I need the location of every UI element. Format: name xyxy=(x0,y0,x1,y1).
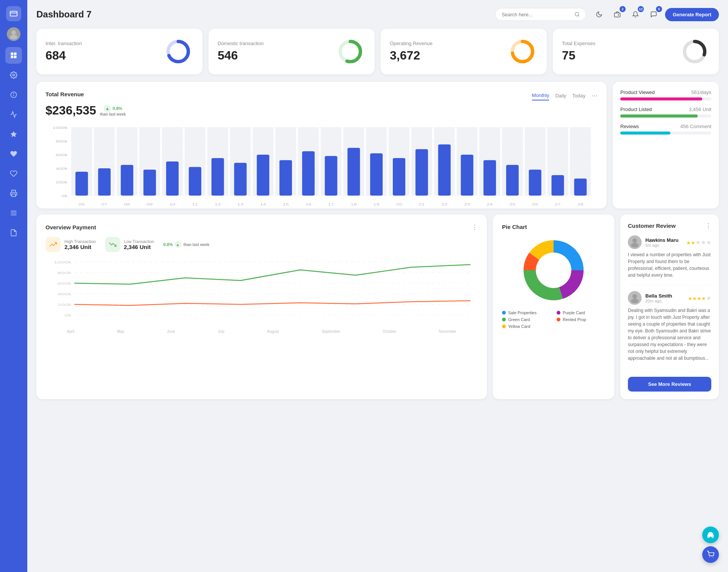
message-badge: 5 xyxy=(656,6,662,12)
star-icon: ★ xyxy=(688,296,692,301)
sidebar-item-info[interactable] xyxy=(5,86,22,103)
svg-text:400k: 400k xyxy=(57,292,71,296)
stat-card-donut-operating-revenue xyxy=(507,36,538,67)
metric-header: Product Viewed 561/days xyxy=(620,89,711,95)
revenue-tab-today[interactable]: Today xyxy=(572,91,585,100)
stat-card-total-expenses: Total Expenses 75 xyxy=(553,29,719,74)
pie-chart-svg xyxy=(519,236,588,304)
star-icon: ★ xyxy=(695,239,701,246)
x-label: April xyxy=(67,329,74,334)
svg-rect-93 xyxy=(461,155,473,196)
low-transaction-info: Low Transaction 2,346 Unit xyxy=(124,239,154,250)
svg-text:800k: 800k xyxy=(57,271,71,275)
review-time: 20m ago xyxy=(645,299,672,303)
support-fab[interactable] xyxy=(702,527,719,543)
svg-text:14: 14 xyxy=(260,202,267,206)
svg-marker-12 xyxy=(11,131,17,137)
svg-text:12: 12 xyxy=(215,202,221,206)
generate-report-button[interactable]: Generate Report xyxy=(665,8,719,21)
high-transaction-value: 2,346 Unit xyxy=(64,244,96,250)
svg-text:20: 20 xyxy=(396,202,402,206)
revenue-tab-monthly[interactable]: Monthly xyxy=(532,91,549,100)
svg-point-3 xyxy=(10,35,17,39)
pie-container xyxy=(502,236,605,304)
reviews-header: Customer Review ⋮ xyxy=(628,222,711,229)
payment-change-label: than last week xyxy=(184,243,209,247)
revenue-value: $236,535 xyxy=(46,103,96,118)
revenue-tabs: MonthlyDailyToday⋯ xyxy=(532,91,598,100)
pie-card: Pie Chart Sale Properties Purple Card Gr… xyxy=(493,215,614,399)
legend-dot xyxy=(557,311,560,315)
review-user: Hawkins Maru 5m ago ★★★★★ xyxy=(628,235,711,249)
revenue-amount-row: $236,535 ▲ 0.8% than last week xyxy=(46,103,598,118)
x-label: August xyxy=(267,329,279,334)
svg-text:21: 21 xyxy=(419,202,425,206)
cart-fab[interactable] xyxy=(702,546,719,563)
svg-rect-51 xyxy=(143,170,156,196)
see-more-reviews-button[interactable]: See More Reviews xyxy=(628,377,711,392)
sidebar-item-doc[interactable] xyxy=(5,224,22,241)
svg-text:0k: 0k xyxy=(62,194,68,198)
sidebar-item-settings[interactable] xyxy=(5,67,22,83)
svg-text:400k: 400k xyxy=(56,167,68,171)
wallet-icon xyxy=(614,11,621,18)
payment-card: Overview Payment ⋮ High Transaction 2,34… xyxy=(36,215,487,399)
svg-text:27: 27 xyxy=(555,202,561,206)
sidebar-item-menu[interactable] xyxy=(5,205,22,221)
wallet-btn[interactable]: 2 xyxy=(610,8,624,21)
message-btn[interactable]: 5 xyxy=(647,8,661,21)
high-transaction: High Transaction 2,346 Unit xyxy=(46,237,96,252)
legend-label: Yellow Card xyxy=(508,324,530,329)
reviews-menu[interactable]: ⋮ xyxy=(705,222,711,229)
x-label: May xyxy=(117,329,124,334)
metric-value: 561/days xyxy=(691,89,711,95)
sidebar-item-analytics[interactable] xyxy=(5,106,22,123)
theme-toggle[interactable] xyxy=(592,8,606,21)
sidebar-logo[interactable] xyxy=(6,6,21,21)
sidebar-item-star[interactable] xyxy=(5,126,22,143)
svg-rect-108 xyxy=(574,179,587,196)
revenue-change-label: than last week xyxy=(100,112,126,116)
svg-rect-84 xyxy=(393,158,405,196)
metric-label: Product Listed xyxy=(620,107,652,112)
svg-rect-63 xyxy=(234,163,246,196)
svg-rect-72 xyxy=(302,151,315,196)
payment-menu[interactable]: ⋮ xyxy=(472,224,478,231)
reviews-list: Hawkins Maru 5m ago ★★★★★ I viewed a num… xyxy=(628,235,711,374)
metric-header: Reviews 456 Comment xyxy=(620,124,711,129)
sidebar-item-heart2[interactable] xyxy=(5,165,22,182)
legend-dot xyxy=(502,324,506,328)
stat-card-inter-transaction: Inter. transaction 684 xyxy=(36,29,202,74)
revenue-more-icon[interactable]: ⋯ xyxy=(592,92,598,99)
svg-text:11: 11 xyxy=(192,202,198,206)
svg-text:23: 23 xyxy=(464,202,471,206)
svg-text:0k: 0k xyxy=(64,313,71,317)
user-avatar[interactable] xyxy=(7,27,20,41)
svg-text:200k: 200k xyxy=(57,303,71,307)
search-input[interactable] xyxy=(502,12,571,17)
up-arrow-icon: ▲ xyxy=(104,105,111,112)
star-icon: ★ xyxy=(706,239,711,246)
metric-bar-track xyxy=(620,114,711,118)
search-box[interactable] xyxy=(495,8,586,21)
review-item: Hawkins Maru 5m ago ★★★★★ I viewed a num… xyxy=(628,235,711,285)
sidebar-item-print[interactable] xyxy=(5,185,22,202)
cart-icon xyxy=(707,551,714,558)
payment-pct: 0.8% xyxy=(163,242,173,247)
sidebar-item-heart[interactable] xyxy=(5,146,22,162)
pie-title: Pie Chart xyxy=(502,224,605,230)
metric-bar-fill xyxy=(620,97,702,100)
metric-item: Product Listed 3,456 Unit xyxy=(620,107,711,118)
star-icon: ★ xyxy=(701,296,706,301)
svg-rect-19 xyxy=(615,13,620,17)
revenue-tab-daily[interactable]: Daily xyxy=(555,91,566,100)
sidebar-item-dashboard[interactable] xyxy=(5,47,22,64)
up-indicator: ▲ xyxy=(174,241,181,248)
star-icon: ★ xyxy=(686,240,691,246)
bell-btn[interactable]: 12 xyxy=(629,8,642,21)
legend-dot xyxy=(557,318,560,321)
legend-dot xyxy=(502,318,506,321)
header-icons: 2 12 5 Generate Report xyxy=(592,8,719,21)
stat-card-label-inter-transaction: Inter. transaction xyxy=(46,41,82,46)
line-chart-x-labels: AprilMayJuneJulyAugustSeptemberOctoberNo… xyxy=(46,329,478,334)
